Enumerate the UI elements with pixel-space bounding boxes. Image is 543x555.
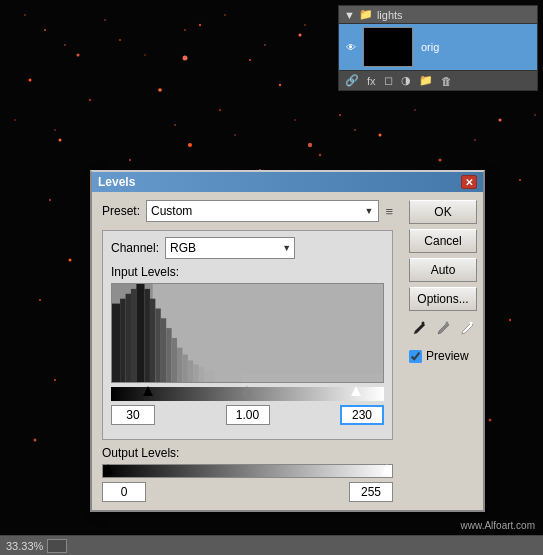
svg-point-37 [54, 379, 56, 381]
svg-point-70 [224, 14, 226, 16]
svg-point-67 [104, 19, 106, 21]
histogram-container [111, 283, 384, 383]
layer-group-name: lights [377, 9, 403, 21]
output-white-input[interactable] [349, 482, 393, 502]
svg-point-79 [54, 129, 56, 131]
svg-point-43 [34, 439, 37, 442]
watermark: www.Alfoart.com [461, 520, 535, 531]
svg-point-65 [24, 14, 26, 16]
dialog-titlebar: Levels ✕ [92, 172, 483, 192]
folder-icon: 📁 [359, 8, 373, 21]
svg-point-111 [470, 322, 473, 325]
preset-label: Preset: [102, 204, 140, 218]
svg-rect-101 [177, 348, 182, 382]
svg-point-61 [509, 319, 511, 321]
preview-checkbox[interactable] [409, 350, 422, 363]
svg-rect-95 [145, 289, 150, 382]
svg-point-49 [308, 143, 312, 147]
svg-point-69 [184, 29, 186, 31]
svg-point-16 [129, 159, 131, 161]
input-levels-label: Input Levels: [111, 265, 384, 279]
svg-point-110 [446, 322, 449, 325]
svg-rect-100 [172, 338, 177, 382]
black-point-input[interactable] [111, 405, 155, 425]
svg-rect-106 [204, 370, 215, 382]
svg-point-80 [174, 124, 176, 126]
link-icon[interactable]: 🔗 [342, 73, 362, 88]
level-values-row [111, 405, 384, 425]
black-eyedropper-btn[interactable] [409, 318, 429, 340]
delete-icon[interactable]: 🗑 [438, 74, 455, 88]
white-eyedropper-icon [459, 321, 475, 337]
svg-rect-103 [188, 360, 193, 382]
black-point-thumb[interactable] [143, 386, 153, 400]
zoom-level: 33.33% [6, 540, 43, 552]
svg-rect-108 [242, 374, 383, 382]
eye-icon[interactable]: 👁 [343, 41, 359, 53]
svg-point-1 [44, 29, 46, 31]
svg-point-82 [294, 119, 296, 121]
white-point-input[interactable] [340, 405, 384, 425]
svg-point-86 [534, 114, 536, 116]
svg-point-5 [249, 59, 251, 61]
svg-rect-102 [182, 355, 187, 382]
white-eyedropper-btn[interactable] [457, 318, 477, 340]
preset-settings-icon[interactable]: ≡ [385, 204, 393, 219]
svg-rect-94 [136, 284, 144, 382]
channel-select-wrap: RGB ▼ [165, 237, 295, 259]
svg-point-27 [69, 259, 72, 262]
svg-point-63 [489, 419, 492, 422]
svg-point-10 [89, 99, 91, 101]
svg-point-109 [422, 322, 425, 325]
channel-row: Channel: RGB ▼ [111, 237, 384, 259]
adjust-icon[interactable]: ◑ [398, 73, 414, 88]
levels-dialog: Levels ✕ Preset: Custom ▼ ≡ Channe [90, 170, 485, 512]
options-button[interactable]: Options... [409, 287, 477, 311]
channel-select[interactable]: RGB [165, 237, 295, 259]
dialog-close-button[interactable]: ✕ [461, 175, 477, 189]
black-eyedropper-icon [411, 321, 427, 337]
midpoint-thumb[interactable] [242, 386, 252, 400]
ok-button[interactable]: OK [409, 200, 477, 224]
preset-select[interactable]: Custom [146, 200, 379, 222]
svg-point-12 [219, 109, 221, 111]
output-levels-section: Output Levels: [102, 446, 393, 502]
svg-point-83 [354, 129, 356, 131]
svg-point-4 [199, 24, 201, 26]
svg-point-71 [264, 44, 266, 46]
cancel-button[interactable]: Cancel [409, 229, 477, 253]
layer-row[interactable]: 👁 orig [339, 24, 537, 70]
dialog-title: Levels [98, 175, 135, 189]
output-black-thumb[interactable] [103, 464, 113, 478]
preset-row: Preset: Custom ▼ ≡ [102, 200, 393, 222]
output-levels-label: Output Levels: [102, 446, 393, 460]
svg-point-31 [39, 299, 41, 301]
svg-point-9 [29, 79, 32, 82]
layers-panel: ▼ 📁 lights 👁 orig 🔗 fx ◻ ◑ 📁 🗑 [338, 5, 538, 91]
preview-row: Preview [409, 349, 477, 363]
output-gradient-track[interactable] [102, 464, 393, 478]
fx-btn[interactable]: fx [364, 74, 379, 88]
midpoint-input[interactable] [226, 405, 270, 425]
output-white-thumb[interactable] [382, 464, 392, 478]
svg-rect-92 [126, 294, 131, 382]
svg-rect-99 [166, 328, 171, 382]
preview-label: Preview [426, 349, 469, 363]
white-point-thumb[interactable] [351, 386, 361, 400]
svg-rect-97 [155, 309, 160, 383]
svg-point-68 [144, 54, 146, 56]
output-black-input[interactable] [102, 482, 146, 502]
folder-btn[interactable]: 📁 [416, 73, 436, 88]
svg-point-56 [439, 159, 442, 162]
svg-point-14 [339, 114, 341, 116]
svg-point-13 [279, 84, 281, 86]
dialog-sidebar: OK Cancel Auto Options... [403, 192, 483, 510]
input-slider-track[interactable] [111, 387, 384, 401]
layers-toolbar: 🔗 fx ◻ ◑ 📁 🗑 [339, 70, 537, 90]
layers-header: ▼ 📁 lights [339, 6, 537, 24]
auto-button[interactable]: Auto [409, 258, 477, 282]
gray-eyedropper-btn[interactable] [433, 318, 453, 340]
svg-point-15 [59, 139, 62, 142]
mask-icon[interactable]: ◻ [381, 73, 396, 88]
histogram-svg [112, 284, 383, 382]
